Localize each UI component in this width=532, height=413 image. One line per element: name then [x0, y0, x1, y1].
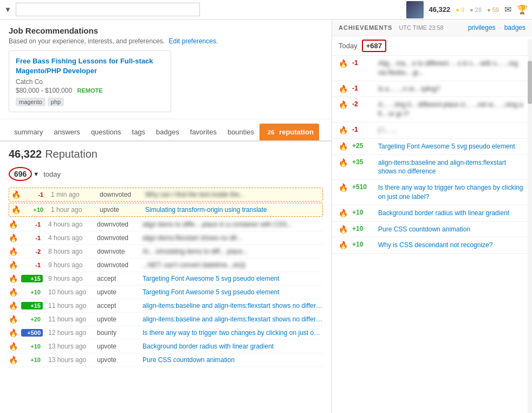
ach-flame-icon: 🔥 — [339, 241, 348, 249]
ach-text[interactable]: Is a ... ...n or... tyling? — [378, 85, 525, 94]
today-label: Today — [339, 42, 358, 50]
job-company: Catch Co — [16, 78, 164, 86]
ach-text[interactable]: Why is CSS descendant not recognize? — [378, 241, 525, 250]
rep-link[interactable]: Why can I find the text inside the... — [145, 191, 320, 198]
tab-answers[interactable]: answers — [48, 124, 85, 140]
achievement-row: 🔥+35align-items:baseline and align-items… — [332, 155, 532, 180]
rep-link[interactable]: Targeting Font Awesome 5 svg pseudo elem… — [142, 275, 323, 282]
dropdown-icon[interactable]: ▼ — [33, 171, 39, 177]
ach-delta: -2 — [352, 100, 374, 108]
ach-delta: +10 — [352, 241, 374, 248]
tab-summary[interactable]: summary — [9, 124, 48, 140]
job-tag: magento — [16, 98, 46, 106]
rep-delta: -1 — [21, 221, 43, 228]
tab-label: badges — [156, 128, 179, 136]
tab-label: summary — [14, 128, 43, 136]
rep-row: 🔥+1511 hours agoacceptalign-items:baseli… — [9, 299, 323, 313]
achievement-row: 🔥+10Why is CSS descendant not recognize? — [332, 237, 532, 254]
rep-row: 🔥+1013 hours agoupvotePure CSS countdown… — [9, 353, 323, 367]
rep-action: upvote — [97, 288, 136, 296]
rep-link[interactable]: align-items:flexstart shows no dif... — [142, 234, 323, 242]
rep-link[interactable]: Simulating transform-origin using transl… — [145, 206, 320, 214]
achievement-row: 🔥-2A... ...ting it... different place ci… — [332, 97, 532, 122]
tab-questions[interactable]: questions — [86, 124, 127, 140]
rep-link[interactable]: Is there any way to trigger two changes … — [142, 329, 323, 337]
rep-action: upvote — [97, 343, 136, 350]
rep-link[interactable]: align items to diffe... place in a conta… — [142, 221, 323, 228]
ach-delta: +510 — [352, 183, 374, 191]
tab-label: bounties — [228, 128, 254, 136]
bronze-badge: ● 59 — [487, 7, 499, 13]
ach-flame-icon: 🔥 — [339, 126, 348, 134]
rep-row: 🔥+159 hours agoacceptTargeting Font Awes… — [9, 272, 323, 286]
achievement-row: 🔥+510Is there any way to trigger two cha… — [332, 180, 532, 205]
rep-link[interactable]: Pure CSS countdown animation — [142, 356, 323, 364]
tab-reputation[interactable]: 26reputation — [259, 124, 319, 140]
tab-badges[interactable]: badges — [151, 124, 185, 140]
ach-text[interactable]: Is there any way to trigger two changes … — [378, 183, 525, 202]
today-value-badge[interactable]: +687 — [362, 40, 386, 52]
tab-bounties[interactable]: bounties — [222, 124, 259, 140]
rep-time: 11 hours ago — [48, 315, 92, 323]
ach-text[interactable]: Alig... ma... e to different ... s in c.… — [378, 59, 525, 78]
trophy-icon[interactable]: 🏆 — [517, 4, 528, 15]
search-input[interactable]: user:8620333 — [16, 3, 200, 16]
job-remote-label: REMOTE — [77, 87, 102, 94]
edit-preferences-link[interactable]: Edit preferences. — [169, 37, 218, 45]
rep-link[interactable]: align-items:baseline and align-items:fle… — [142, 315, 323, 323]
job-card: Free Bass Fishing Lessons for Full-stack… — [9, 50, 171, 112]
flame-icon: 🔥 — [9, 234, 18, 242]
job-tag: php — [48, 98, 64, 106]
tab-label: favorites — [190, 128, 217, 136]
rep-link[interactable]: Al... simulating items to diff... place.… — [142, 248, 323, 255]
tab-label: reputation — [279, 128, 314, 136]
job-tags: magentophp — [16, 98, 164, 106]
flame-icon: 🔥 — [9, 342, 18, 351]
rep-action: downvote — [97, 248, 136, 255]
rep-delta: +10 — [21, 288, 43, 296]
scrollbar-thumb[interactable] — [528, 61, 532, 104]
achievements-header: ACHIEVEMENTS UTC TIME 23:58 privileges ·… — [332, 20, 532, 36]
badges-link[interactable]: badges — [504, 24, 525, 31]
rep-time: 1 hour ago — [51, 206, 94, 214]
rep-action: bounty — [97, 329, 136, 337]
ach-text[interactable]: Pure CSS countdown animation — [378, 225, 525, 234]
rep-action: downvoted — [97, 234, 136, 242]
ach-text[interactable]: A... ...ting it... different place ci...… — [378, 100, 525, 119]
rep-label: Reputation — [45, 148, 98, 160]
rep-delta: +10 — [21, 343, 43, 350]
rep-action: upvote — [97, 356, 136, 364]
ach-flame-icon: 🔥 — [339, 59, 348, 68]
rep-row: 🔥-19 hours agodownvoted...NET: can't con… — [9, 259, 323, 272]
rep-total: 46,322 — [9, 148, 42, 160]
tab-label: tags — [132, 128, 146, 136]
scrollbar-track[interactable] — [528, 39, 532, 413]
tab-tags[interactable]: tags — [127, 124, 151, 140]
tab-label: questions — [91, 128, 121, 136]
job-title-link[interactable]: Free Bass Fishing Lessons for Full-stack… — [16, 56, 164, 76]
rep-row: 🔥-28 hours agodownvoteAl... simulating i… — [9, 245, 323, 259]
privileges-link[interactable]: privileges — [468, 24, 496, 31]
rep-link[interactable]: align-items:baseline and align-items:fle… — [142, 302, 323, 309]
achievement-row: 🔥+25Targeting Font Awesome 5 svg pseudo … — [332, 139, 532, 155]
ach-text[interactable]: align-items:baseline and align-items:fle… — [378, 158, 525, 177]
ach-text[interactable]: ( !... ... — [378, 126, 525, 135]
rep-link[interactable]: Targeting Font Awesome 5 svg pseudo elem… — [142, 288, 323, 296]
rep-row: 🔥-11 min agodownvotedWhy can I find the … — [9, 188, 323, 202]
day-value-badge[interactable]: 696 — [9, 167, 32, 181]
avatar[interactable] — [406, 1, 424, 18]
rep-time: 12 hours ago — [48, 329, 92, 337]
ach-text[interactable]: Background border radius with linear gra… — [378, 209, 525, 218]
rep-link[interactable]: ...NET: can't convert datetime...str(i) — [142, 261, 323, 269]
rep-link[interactable]: Background border radius with linear gra… — [142, 343, 323, 350]
achievement-row: 🔥-1( !... ... — [332, 122, 532, 139]
rep-delta: +15 — [21, 275, 43, 282]
ach-flame-icon: 🔥 — [339, 158, 348, 167]
flame-icon: 🔥 — [9, 301, 18, 310]
tab-favorites[interactable]: favorites — [185, 124, 222, 140]
flame-icon: 🔥 — [9, 220, 18, 229]
inbox-icon[interactable]: ✉ — [504, 4, 511, 15]
rep-row: 🔥-14 hours agodownvotedalign-items:flexs… — [9, 231, 323, 245]
rep-row: 🔥+101 hour agoupvoteSimulating transform… — [9, 203, 323, 217]
ach-text[interactable]: Targeting Font Awesome 5 svg pseudo elem… — [378, 142, 525, 151]
